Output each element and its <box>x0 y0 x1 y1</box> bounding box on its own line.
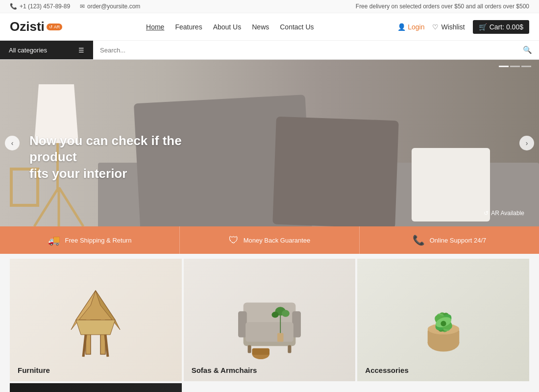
nav-home[interactable]: Home <box>146 23 164 31</box>
svg-point-20 <box>271 312 278 318</box>
benefit-money-back: 🛡 Money Back Guarantee <box>180 226 360 254</box>
categories-grid: Furniture <box>0 254 539 392</box>
search-button[interactable]: 🔍 <box>516 41 539 59</box>
hero-next-button[interactable]: › <box>519 136 534 150</box>
sofas-bg <box>184 259 356 381</box>
slider-dots <box>499 66 531 67</box>
cart-icon: 🛒 <box>479 23 487 31</box>
logo[interactable]: Ozisti ↺ AR <box>10 19 62 34</box>
phone-support-icon: 📞 <box>413 234 425 246</box>
svg-rect-15 <box>248 345 251 353</box>
user-icon: 👤 <box>397 23 406 31</box>
search-input[interactable] <box>100 47 509 54</box>
svg-line-0 <box>34 187 59 226</box>
furniture-bg <box>10 259 182 381</box>
slider-dot-2 <box>510 66 520 67</box>
category-furniture[interactable]: Furniture <box>10 259 182 381</box>
svg-line-2 <box>59 187 83 226</box>
furniture-svg <box>61 281 130 359</box>
benefit-shipping-label: Free Shipping & Return <box>65 237 132 244</box>
cushion-white <box>412 148 490 221</box>
benefit-support-label: Online Support 24/7 <box>430 237 487 244</box>
category-sofas[interactable]: Sofas & Armchairs <box>184 259 356 381</box>
benefit-shipping: 🚚 Free Shipping & Return <box>0 226 180 254</box>
header-actions: 👤 Login ♡ Wishlist 🛒 Cart: 0.00$ <box>397 20 529 34</box>
shipping-icon: 🚚 <box>48 234 60 246</box>
all-categories-button[interactable]: All categories ☰ <box>0 41 93 59</box>
login-button[interactable]: 👤 Login <box>397 23 424 31</box>
category-accessories[interactable]: Accessories <box>357 259 529 381</box>
ar-icon: ↺ <box>49 24 53 29</box>
nav-news[interactable]: News <box>252 23 269 31</box>
top-bar: 📞 +1 (123) 457-89-89 ✉ order@yoursite.co… <box>0 0 539 13</box>
cushion-medium <box>272 117 399 226</box>
main-nav: Home Features About Us News Contact Us <box>146 23 314 31</box>
benefit-money-back-label: Money Back Guarantee <box>244 237 311 244</box>
svg-rect-16 <box>288 345 291 353</box>
furniture-label: Furniture <box>18 366 50 374</box>
nav-about[interactable]: About Us <box>213 23 242 31</box>
lighting-bg <box>10 383 182 392</box>
top-bar-left: 📞 +1 (123) 457-89-89 ✉ order@yoursite.co… <box>10 3 140 10</box>
nav-contact[interactable]: Contact Us <box>280 23 314 31</box>
wishlist-button[interactable]: ♡ Wishlist <box>432 23 465 31</box>
sofas-svg <box>230 276 309 364</box>
hamburger-icon: ☰ <box>78 47 84 54</box>
hero-background: Now you can check if the product fits yo… <box>0 60 539 226</box>
svg-point-21 <box>282 310 290 317</box>
promo-text: Free delivery on selected orders over $5… <box>356 3 529 10</box>
search-icon: 🔍 <box>523 46 532 54</box>
email-icon: ✉ <box>80 3 85 10</box>
header: Ozisti ↺ AR Home Features About Us News … <box>0 13 539 41</box>
svg-point-33 <box>441 321 446 326</box>
ar-available-label: ↺ AR Available <box>484 210 524 217</box>
accessories-label: Accessories <box>365 366 408 374</box>
ar-badge: ↺ AR <box>47 24 63 30</box>
slider-dot-3 <box>521 66 531 67</box>
logo-text: Ozisti <box>10 19 45 34</box>
phone-info: 📞 +1 (123) 457-89-89 <box>10 3 70 10</box>
phone-icon: 📞 <box>10 3 17 10</box>
shield-icon: 🛡 <box>229 235 239 246</box>
hero-section: Now you can check if the product fits yo… <box>0 60 539 226</box>
accessories-bg <box>357 259 529 381</box>
search-bar: All categories ☰ 🔍 <box>0 41 539 60</box>
benefit-support: 📞 Online Support 24/7 <box>360 226 539 254</box>
benefits-bar: 🚚 Free Shipping & Return 🛡 Money Back Gu… <box>0 226 539 254</box>
search-input-wrapper <box>93 41 516 59</box>
svg-marker-7 <box>76 320 115 335</box>
accessories-svg <box>414 283 473 357</box>
hero-prev-button[interactable]: ‹ <box>5 136 20 150</box>
lamp-legs-svg <box>29 187 88 226</box>
cart-button[interactable]: 🛒 Cart: 0.00$ <box>473 20 529 34</box>
svg-rect-17 <box>277 333 283 342</box>
slider-dot-1 <box>499 66 509 67</box>
hero-text: Now you can check if the product fits yo… <box>29 133 216 182</box>
sofas-label: Sofas & Armchairs <box>192 366 257 374</box>
heart-icon: ♡ <box>432 23 439 31</box>
hero-headline: Now you can check if the product fits yo… <box>29 133 216 182</box>
category-lighting[interactable]: Lighting <box>10 383 182 392</box>
ar-available-icon: ↺ <box>484 210 489 217</box>
svg-rect-13 <box>292 311 301 337</box>
svg-rect-14 <box>245 322 294 342</box>
email-info: ✉ order@yoursite.com <box>80 3 140 10</box>
nav-features[interactable]: Features <box>175 23 202 31</box>
svg-rect-23 <box>252 348 270 355</box>
